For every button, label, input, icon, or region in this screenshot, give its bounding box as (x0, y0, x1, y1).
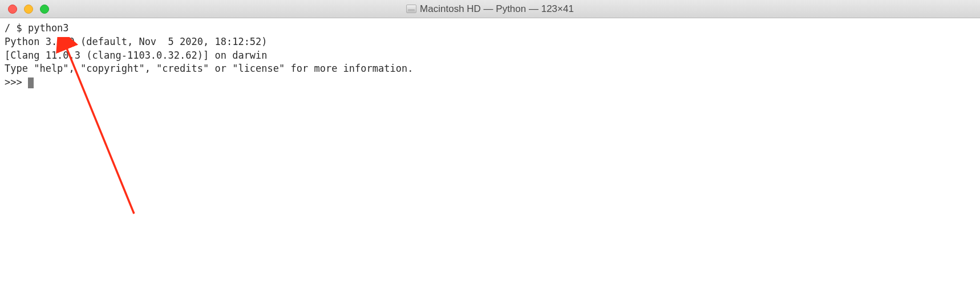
terminal-line-version: Python 3.9.0 (default, Nov 5 2020, 18:12… (5, 35, 975, 49)
terminal-cursor (28, 77, 34, 88)
terminal-prompt-line: >>> (5, 76, 975, 89)
window-titlebar: Macintosh HD — Python — 123×41 (0, 0, 980, 18)
traffic-lights (0, 5, 49, 14)
maximize-button[interactable] (40, 5, 49, 14)
terminal-line-command: / $ python3 (5, 22, 975, 35)
minimize-button[interactable] (24, 5, 33, 14)
window-title: Macintosh HD — Python — 123×41 (406, 3, 574, 15)
terminal-content[interactable]: / $ python3Python 3.9.0 (default, Nov 5 … (0, 18, 980, 93)
window-title-text: Macintosh HD — Python — 123×41 (420, 3, 574, 15)
terminal-prompt: >>> (5, 76, 28, 88)
terminal-line-help: Type "help", "copyright", "credits" or "… (5, 62, 975, 76)
close-button[interactable] (8, 5, 17, 14)
disk-icon (406, 5, 416, 13)
terminal-line-compiler: [Clang 11.0.3 (clang-1103.0.32.62)] on d… (5, 49, 975, 63)
